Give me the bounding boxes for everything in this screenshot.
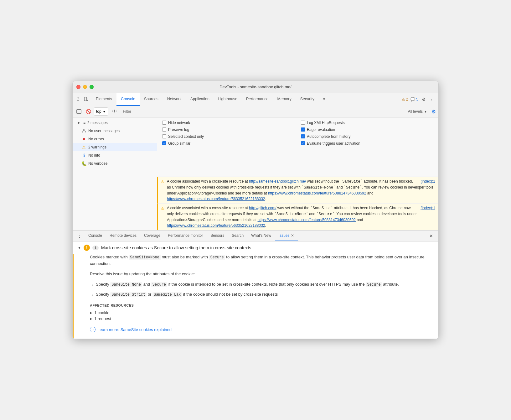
warnings-badge[interactable]: ⚠ 2 — [402, 97, 408, 101]
main-tab-bar: Elements Console Sources Network Applica… — [73, 93, 438, 106]
tab-more[interactable]: » — [319, 93, 330, 106]
context-selector[interactable]: top ▼ — [94, 107, 108, 116]
link-index-ref-1[interactable]: (index):1 — [421, 179, 435, 184]
issue-header-samesite[interactable]: ▼ ! 1 Mark cross-site cookies as Secure … — [73, 241, 438, 254]
device-icon[interactable] — [83, 96, 89, 102]
close-issues-tab-icon[interactable]: ✕ — [291, 233, 294, 238]
cb-selected-context[interactable] — [162, 134, 166, 138]
checkbox-preserve-log[interactable]: Preserve log — [162, 127, 295, 132]
tab-sources[interactable]: Sources — [140, 93, 163, 106]
bottom-tab-coverage[interactable]: Coverage — [140, 231, 164, 241]
cb-eager-eval[interactable] — [301, 127, 305, 132]
settings-icon[interactable]: ⚙ — [421, 96, 426, 102]
warning-msg-icon-2: ⚠ — [161, 205, 164, 212]
tab-console[interactable]: Console — [116, 93, 140, 106]
learn-more-link[interactable]: → Learn more: SameSite cookies explained — [90, 327, 428, 332]
cb-hide-network[interactable] — [162, 121, 166, 125]
link-index-ref-2[interactable]: (index):1 — [421, 205, 435, 211]
user-icon — [81, 129, 86, 133]
sidebar-toggle-icon[interactable] — [75, 108, 83, 115]
issue-description: Cookies marked with SameSite=None must a… — [90, 254, 428, 267]
bottom-tab-whats-new[interactable]: What's New — [247, 231, 275, 241]
tab-network[interactable]: Network — [163, 93, 186, 106]
filter-input[interactable] — [121, 109, 404, 114]
clear-icon[interactable]: 🚫 — [85, 108, 92, 115]
link-chromestatus-2[interactable]: https://www.chromestatus.com/feature/563… — [167, 197, 265, 201]
fullscreen-button[interactable] — [90, 85, 94, 89]
checkbox-log-xmlhttp[interactable]: Log XMLHttpRequests — [301, 121, 433, 125]
inspect-icon[interactable] — [76, 96, 82, 102]
expand-arrow-icon: ▶ — [76, 121, 81, 124]
more-options-icon[interactable]: ⋮ — [429, 96, 435, 102]
issue-count-badge: 1 — [92, 246, 99, 250]
console-message-warning-1: ⚠ A cookie associated with a cross-site … — [157, 177, 438, 204]
learn-more-section: → Learn more: SameSite cookies explained — [90, 327, 428, 332]
link-chromestatus-1[interactable]: https://www.chromestatus.com/feature/508… — [268, 191, 366, 195]
bottom-tab-search[interactable]: Search — [228, 231, 247, 241]
cb-group-similar[interactable] — [162, 141, 166, 145]
cb-log-xmlhttp[interactable] — [301, 121, 305, 125]
link-samesite-sandbox[interactable]: http://samesite-sandbox.glitch.me/ — [249, 179, 306, 184]
bottom-tabs: Console Remote devices Coverage Performa… — [85, 231, 428, 241]
minimize-button[interactable] — [83, 85, 87, 89]
tab-performance[interactable]: Performance — [242, 93, 273, 106]
cb-autocomplete[interactable] — [301, 134, 305, 138]
triangle-icon-cookie: ▶ — [90, 311, 92, 314]
bottom-tab-console[interactable]: Console — [85, 231, 106, 241]
console-sidebar: ▶ ≡ 2 messages No user messages — [73, 117, 157, 230]
bottom-tab-issues[interactable]: Issues ✕ — [275, 231, 298, 241]
bottom-tab-sensors[interactable]: Sensors — [207, 231, 228, 241]
checkbox-eval-triggers[interactable]: Evaluate triggers user activation — [301, 141, 433, 146]
tab-elements[interactable]: Elements — [91, 93, 116, 106]
sidebar-item-errors[interactable]: ✕ No errors — [73, 135, 157, 143]
checkbox-eager-eval[interactable]: Eager evaluation — [301, 127, 433, 132]
svg-rect-4 — [87, 98, 88, 101]
checkbox-grid: Hide network Log XMLHttpRequests Preserv… — [162, 121, 433, 146]
tab-bar-right: ⚠ 2 💬 5 ⚙ ⋮ — [399, 93, 437, 106]
messages-badge[interactable]: 💬 5 — [410, 97, 418, 101]
resource-request[interactable]: ▶ 1 request — [90, 316, 428, 322]
sidebar-item-warnings[interactable]: ⚠ 2 warnings — [73, 143, 157, 151]
link-chromestatus-3[interactable]: https://www.chromestatus.com/feature/508… — [258, 218, 356, 222]
eye-icon[interactable]: 👁 — [112, 109, 117, 114]
console-settings-icon[interactable]: ⚙ — [431, 109, 436, 115]
close-button[interactable] — [76, 85, 80, 89]
cb-eval-triggers[interactable] — [301, 141, 305, 145]
sidebar-item-verbose[interactable]: 🐛 No verbose — [73, 159, 157, 168]
levels-selector[interactable]: All levels ▼ — [405, 109, 430, 114]
console-message-warning-2: ⚠ A cookie associated with a cross-site … — [157, 204, 438, 230]
sidebar-item-icon-list: ≡ — [83, 121, 85, 125]
tab-application[interactable]: Application — [186, 93, 214, 106]
bottom-tab-more-icon[interactable]: ⋮ — [75, 233, 85, 239]
warning-icon: ⚠ — [81, 145, 86, 149]
checkbox-selected-context[interactable]: Selected context only — [162, 134, 295, 139]
checkbox-group-similar[interactable]: Group similar — [162, 141, 295, 146]
console-toolbar: 🚫 top ▼ 👁 All levels ▼ ⚙ — [73, 106, 438, 117]
link-chromestatus-4[interactable]: https://www.chromestatus.com/feature/563… — [167, 223, 265, 228]
cb-preserve-log[interactable] — [162, 127, 166, 132]
checkbox-hide-network[interactable]: Hide network — [162, 121, 295, 125]
sidebar-item-user-messages[interactable]: No user messages — [73, 127, 157, 135]
code-secure-3: Secure — [366, 282, 382, 287]
sidebar-item-messages[interactable]: ▶ ≡ 2 messages — [73, 119, 157, 127]
bottom-tab-perf-monitor[interactable]: Performance monitor — [164, 231, 207, 241]
bottom-tab-remote-devices[interactable]: Remote devices — [106, 231, 140, 241]
chevron-down-icon-levels: ▼ — [424, 110, 427, 113]
checkbox-autocomplete[interactable]: Autocomplete from history — [301, 134, 433, 139]
sidebar-item-info[interactable]: ℹ No info — [73, 151, 157, 159]
tab-memory[interactable]: Memory — [273, 93, 296, 106]
tab-security[interactable]: Security — [296, 93, 319, 106]
warning-msg-icon-1: ⚠ — [161, 179, 164, 185]
tab-lighthouse[interactable]: Lighthouse — [214, 93, 242, 106]
link-glitch[interactable]: http://glitch.com/ — [249, 206, 276, 210]
main-tabs: Elements Console Sources Network Applica… — [91, 93, 399, 106]
close-bottom-panel-icon[interactable]: ✕ — [428, 233, 434, 239]
arrow-right-icon-2: → — [90, 292, 94, 298]
code-samesite-none-1: SameSite=None — [129, 255, 161, 260]
triangle-icon-request: ▶ — [90, 317, 92, 320]
code-secure-1: Secure — [209, 255, 225, 260]
devtools-window: DevTools - samesite-sandbox.glitch.me/ E… — [72, 81, 439, 339]
issue-title: Mark cross-site cookies as Secure to all… — [101, 245, 251, 250]
resource-cookie[interactable]: ▶ 1 cookie — [90, 310, 428, 316]
checkboxes-panel: Hide network Log XMLHttpRequests Preserv… — [157, 117, 438, 177]
